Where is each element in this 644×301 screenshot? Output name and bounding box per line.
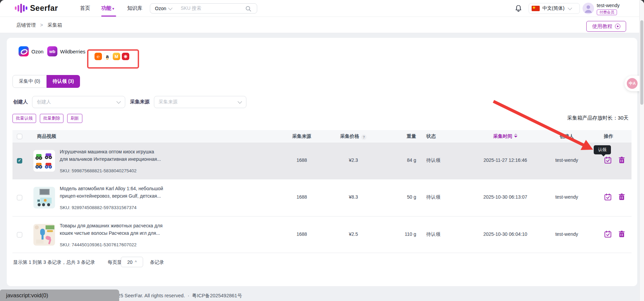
tab-pending-claim[interactable]: 待认领 (3) [47,75,80,88]
per-page-suffix: 条记录 [150,259,164,266]
col-time-sortable[interactable]: 采集时间 [472,133,539,140]
app-window: Seerfar 首页 功能▾ 知识库 Ozon SKU 搜索 ★ 中文(简体) … [0,0,644,301]
refresh-button[interactable]: 刷新 [67,114,82,123]
link-status-bar: javascript:void(0) [0,290,119,301]
product-title: Игрушечная машинка оптом киоск игрушкадл… [60,148,161,163]
breadcrumb-collection-box: 采集箱 [48,22,62,28]
col-source: 采集来源 [285,133,319,140]
col-creator: 创建人 [543,133,590,140]
cell-creator: test-wendy [543,194,590,200]
username[interactable]: test-wendy [597,3,620,8]
logo-text: Seerfar [30,4,58,13]
1688-icon[interactable]: ℮ [95,53,102,60]
play-icon [615,24,620,29]
claim-button[interactable] [604,156,612,164]
chevron-down-icon [238,99,242,104]
cell-weight: 110 g [382,231,416,237]
row-checkbox[interactable] [17,195,22,200]
claim-button[interactable] [604,193,612,201]
footer-icp: 粤ICP备2025492861号 [192,293,242,298]
col-price: 采集价格? [333,133,374,140]
collection-box-panel: Ozon wb Wildberries ℮ a M ❊ 采集中 (0) 待认领 … [7,38,637,286]
status-tabs: 采集中 (0) 待认领 (3) [12,75,80,88]
m-platform-icon[interactable]: M [113,53,120,60]
product-image[interactable] [33,224,55,246]
language-selector[interactable]: ★ 中文(简体) [529,3,580,14]
row-checkbox[interactable] [17,158,22,164]
claim-tooltip: 认领 [594,145,611,154]
cell-status: 待认领 [426,194,457,200]
claim-button[interactable] [604,230,612,238]
chevron-down-icon: ▾ [112,7,114,10]
cell-source: 1688 [285,194,319,200]
user-avatar[interactable] [583,3,594,14]
delete-button[interactable] [618,193,626,201]
cell-creator: test-wendy [543,231,590,237]
table-row[interactable]: Товары для домашних животных расческа дл… [12,216,632,253]
sort-desc-icon [514,133,517,137]
scrollbar-track[interactable] [639,0,644,301]
source-platform-icons: ℮ a M ❊ [95,53,129,60]
creator-filter-select[interactable]: 创建人 [32,96,125,108]
tab-collecting[interactable]: 采集中 (0) [12,75,47,88]
chevron-down-icon [116,99,121,104]
per-page-select[interactable]: 20^ [121,257,143,267]
top-navbar: Seerfar 首页 功能▾ 知识库 Ozon SKU 搜索 ★ 中文(简体) … [0,0,644,17]
table-bottom-divider [12,253,632,253]
breadcrumb-bar: 店铺管理 > 采集箱 使用教程 [0,17,644,33]
china-flag-icon: ★ [532,6,540,11]
breadcrumb-store-management[interactable]: 店铺管理 [16,22,36,28]
source-filter-select[interactable]: 采集来源 [154,96,246,108]
chevron-down-icon [568,6,572,10]
tutorial-button[interactable]: 使用教程 [586,21,626,32]
help-icon[interactable]: ? [361,134,367,140]
platform-tab-ozon[interactable]: Ozon [19,46,44,56]
cell-source: 1688 [285,231,319,237]
delete-button[interactable] [618,230,626,238]
delete-button[interactable] [618,156,626,164]
amazon-icon[interactable]: a [104,53,111,60]
cell-status: 待认领 [426,231,457,237]
cell-time: 2025-11-27 12:16:46 [472,157,539,163]
ozon-icon [19,46,29,56]
search-placeholder: SKU 搜索 [181,5,201,11]
creator-filter-label: 创建人 [13,99,28,105]
platform-tab-wildberries[interactable]: wb Wildberries [47,46,85,56]
col-status: 状态 [426,133,457,140]
select-all-checkbox[interactable] [17,134,22,139]
cell-price: ¥8.3 [333,194,374,200]
nav-knowledge[interactable]: 知识库 [127,5,142,11]
breadcrumb: 店铺管理 > 采集箱 [16,22,62,28]
batch-delete-button[interactable]: 批量删除 [40,114,63,123]
scrollbar-thumb[interactable] [640,20,643,105]
cell-status: 待认领 [426,157,457,164]
search-icon[interactable] [245,6,251,13]
membership-badge: 付费会员 [597,9,617,15]
cell-price: ¥2.3 [333,157,374,163]
cell-weight: 84 g [382,157,416,163]
sku-search[interactable]: Ozon SKU 搜索 [150,3,257,14]
chevron-down-icon [168,6,173,10]
product-title: Товары для домашних животных расческа дл… [60,222,162,237]
logo[interactable]: Seerfar [15,3,58,13]
product-image[interactable] [33,150,55,172]
table-header: 商品视频 采集来源 采集价格? 重量 状态 采集时间 创建人 操作 [12,130,632,143]
nav-home[interactable]: 首页 [80,5,90,11]
cell-price: ¥2.5 [333,231,374,237]
table-row[interactable]: Игрушечная машинка оптом киоск игрушкадл… [12,143,632,179]
notification-bell-icon[interactable] [514,4,522,14]
cell-source: 1688 [285,157,319,163]
product-sku: SKU: 744450109361-5307617607022 [60,242,136,247]
product-image[interactable] [33,187,55,208]
table-row[interactable]: Модель автомобиля Karl Alloy 1:64, небол… [12,179,632,217]
col-weight: 重量 [382,133,416,140]
row-checkbox[interactable] [17,232,22,237]
red-platform-icon[interactable]: ❊ [122,53,129,60]
batch-claim-button[interactable]: 批量认领 [12,114,36,123]
pagination-summary: 显示第 1 到第 3 条记录，总共 3 条记录 [13,259,95,266]
nav-features[interactable]: 功能▾ [101,5,114,11]
search-platform-select[interactable]: Ozon [155,6,166,11]
col-operations: 操作 [604,133,638,140]
cell-creator: test-wendy [543,157,590,163]
cell-time: 2025-10-30 06:04:10 [472,231,539,237]
